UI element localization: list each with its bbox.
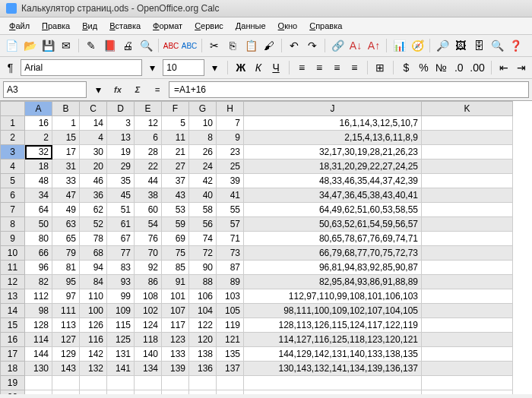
cell-J17[interactable]: 144,129,142,131,140,133,138,135 bbox=[244, 347, 422, 362]
font-size-combo[interactable] bbox=[163, 59, 204, 76]
row-header-5[interactable]: 5 bbox=[1, 174, 25, 188]
cell-H9[interactable]: 71 bbox=[217, 232, 244, 246]
cell-C14[interactable]: 100 bbox=[80, 304, 107, 318]
preview-icon[interactable]: 🔍 bbox=[138, 37, 154, 54]
cell-A1[interactable]: 16 bbox=[25, 116, 52, 131]
cell-E4[interactable]: 22 bbox=[135, 160, 162, 174]
row-header-18[interactable]: 18 bbox=[1, 362, 25, 376]
row-header-2[interactable]: 2 bbox=[1, 131, 25, 145]
cell-J16[interactable]: 114,127,116,125,118,123,120,121 bbox=[244, 333, 422, 347]
cell-K8[interactable] bbox=[422, 217, 513, 232]
cell-A14[interactable]: 98 bbox=[25, 304, 52, 318]
cell-K12[interactable] bbox=[422, 275, 513, 289]
row-header-16[interactable]: 16 bbox=[1, 333, 25, 347]
cell-A12[interactable]: 82 bbox=[25, 275, 52, 289]
indent-icon[interactable]: ⇥ bbox=[515, 59, 529, 76]
cell-G12[interactable]: 88 bbox=[189, 275, 217, 289]
cell-A13[interactable]: 112 bbox=[25, 289, 52, 304]
cell-D10[interactable]: 77 bbox=[107, 246, 135, 261]
cell-K17[interactable] bbox=[422, 347, 513, 362]
cell-E15[interactable]: 124 bbox=[135, 318, 162, 333]
currency-icon[interactable]: $ bbox=[399, 59, 413, 76]
cell-E1[interactable]: 12 bbox=[135, 116, 162, 131]
cell-K20[interactable] bbox=[422, 390, 513, 395]
undo-icon[interactable]: ↶ bbox=[286, 37, 302, 54]
cell-B8[interactable]: 63 bbox=[52, 217, 80, 232]
cell-H16[interactable]: 121 bbox=[217, 333, 244, 347]
cell-C4[interactable]: 20 bbox=[80, 160, 107, 174]
cell-F12[interactable]: 91 bbox=[162, 275, 189, 289]
row-header-15[interactable]: 15 bbox=[1, 318, 25, 333]
cell-H2[interactable]: 9 bbox=[217, 131, 244, 145]
cell-D12[interactable]: 93 bbox=[107, 275, 135, 289]
cell-E8[interactable]: 54 bbox=[135, 217, 162, 232]
cell-K18[interactable] bbox=[422, 362, 513, 376]
cell-G2[interactable]: 8 bbox=[189, 131, 217, 145]
cell-D16[interactable]: 125 bbox=[107, 333, 135, 347]
cell-E11[interactable]: 92 bbox=[135, 261, 162, 275]
menu-формат[interactable]: Формат bbox=[147, 19, 188, 33]
cell-A3[interactable]: 32 bbox=[25, 145, 52, 160]
cell-B7[interactable]: 49 bbox=[52, 203, 80, 217]
cell-F19[interactable] bbox=[162, 376, 189, 390]
paintbrush-icon[interactable]: 🖌 bbox=[261, 37, 277, 54]
align-center-icon[interactable]: ≡ bbox=[312, 59, 327, 76]
cell-D9[interactable]: 67 bbox=[107, 232, 135, 246]
cell-G6[interactable]: 40 bbox=[189, 188, 217, 203]
cell-D11[interactable]: 83 bbox=[107, 261, 135, 275]
sort-asc-icon[interactable]: A↓ bbox=[347, 37, 364, 54]
cell-F1[interactable]: 5 bbox=[162, 116, 189, 131]
cell-B16[interactable]: 127 bbox=[52, 333, 80, 347]
cell-G16[interactable]: 120 bbox=[189, 333, 217, 347]
cell-G10[interactable]: 72 bbox=[189, 246, 217, 261]
cell-B12[interactable]: 95 bbox=[52, 275, 80, 289]
cell-G19[interactable] bbox=[189, 376, 217, 390]
cell-H12[interactable]: 89 bbox=[217, 275, 244, 289]
cell-K13[interactable] bbox=[422, 289, 513, 304]
row-header-17[interactable]: 17 bbox=[1, 347, 25, 362]
cell-H7[interactable]: 55 bbox=[217, 203, 244, 217]
cell-J9[interactable]: 80,65,78,67,76,69,74,71 bbox=[244, 232, 422, 246]
cell-C6[interactable]: 36 bbox=[80, 188, 107, 203]
cell-E14[interactable]: 102 bbox=[135, 304, 162, 318]
gallery-icon[interactable]: 🖼 bbox=[452, 37, 469, 54]
menu-сервис[interactable]: Сервис bbox=[188, 19, 230, 33]
cell-E6[interactable]: 38 bbox=[135, 188, 162, 203]
cell-F9[interactable]: 69 bbox=[162, 232, 189, 246]
cell-A5[interactable]: 48 bbox=[25, 174, 52, 188]
cell-F16[interactable]: 123 bbox=[162, 333, 189, 347]
cell-J6[interactable]: 34,47,36,45,38,43,40,41 bbox=[244, 188, 422, 203]
cell-H14[interactable]: 105 bbox=[217, 304, 244, 318]
cell-D17[interactable]: 131 bbox=[107, 347, 135, 362]
autospell-icon[interactable]: ABC bbox=[181, 37, 198, 54]
zoom-icon[interactable]: 🔍 bbox=[489, 37, 505, 54]
row-header-4[interactable]: 4 bbox=[1, 160, 25, 174]
row-header-10[interactable]: 10 bbox=[1, 246, 25, 261]
number-icon[interactable]: № bbox=[434, 59, 448, 76]
cell-K14[interactable] bbox=[422, 304, 513, 318]
cell-D14[interactable]: 109 bbox=[107, 304, 135, 318]
cell-K6[interactable] bbox=[422, 188, 513, 203]
cell-K10[interactable] bbox=[422, 246, 513, 261]
col-header-E[interactable]: E bbox=[135, 102, 162, 116]
cell-H19[interactable] bbox=[217, 376, 244, 390]
cell-C1[interactable]: 14 bbox=[80, 116, 107, 131]
hyperlink-icon[interactable]: 🔗 bbox=[329, 37, 346, 54]
cell-E9[interactable]: 76 bbox=[135, 232, 162, 246]
cell-G14[interactable]: 104 bbox=[189, 304, 217, 318]
cell-C7[interactable]: 62 bbox=[80, 203, 107, 217]
cell-H10[interactable]: 73 bbox=[217, 246, 244, 261]
italic-icon[interactable]: К bbox=[251, 59, 265, 76]
cell-K5[interactable] bbox=[422, 174, 513, 188]
menu-справка[interactable]: Справка bbox=[303, 19, 348, 33]
cell-C15[interactable]: 126 bbox=[80, 318, 107, 333]
cell-K11[interactable] bbox=[422, 261, 513, 275]
cell-E20[interactable] bbox=[135, 390, 162, 395]
cell-J11[interactable]: 96,81,94,83,92,85,90,87 bbox=[244, 261, 422, 275]
row-header-12[interactable]: 12 bbox=[1, 275, 25, 289]
copy-icon[interactable]: ⎘ bbox=[224, 37, 241, 54]
cell-A20[interactable] bbox=[25, 390, 52, 395]
cell-B14[interactable]: 111 bbox=[52, 304, 80, 318]
menu-данные[interactable]: Данные bbox=[230, 19, 272, 33]
cell-J13[interactable]: 112,97,110,99,108,101,106,103 bbox=[244, 289, 422, 304]
